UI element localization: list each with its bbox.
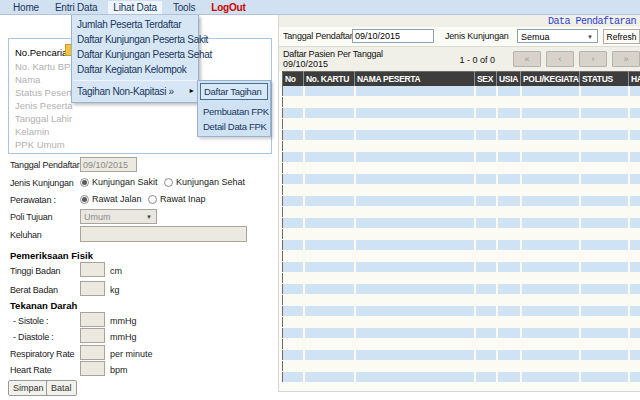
simpan-button[interactable]: Simpan: [8, 380, 49, 396]
patient-table-body: [283, 86, 640, 383]
menu-item-daftar-kunjungan-peserta-sakit[interactable]: Daftar Kunjungan Peserta Sakit: [72, 32, 198, 47]
table-row: [283, 317, 640, 328]
table-row: [283, 86, 640, 97]
tanggal-pendaftaran-filter-input[interactable]: [352, 29, 434, 43]
respiratory-rate-unit: per minute: [110, 349, 153, 359]
tekanan-darah-header: Tekanan Darah: [10, 300, 77, 311]
tinggi-badan-unit: cm: [110, 266, 122, 276]
select-value: Semua: [521, 32, 550, 42]
radio-label: Rawat Inap: [160, 194, 206, 204]
list-title: Daftar Pasien Per Tanggal: [283, 49, 383, 59]
lihat-data-dropdown: Jumlah Peserta Terdaftar Daftar Kunjunga…: [71, 15, 199, 103]
refresh-button[interactable]: Refresh: [603, 29, 640, 44]
next-page-button[interactable]: ›: [579, 51, 607, 67]
heart-rate-input[interactable]: [80, 361, 105, 376]
radio-rawat-inap[interactable]: Rawat Inap: [148, 194, 206, 204]
field-label-kelamin: Kelamin: [15, 126, 49, 137]
menu-home[interactable]: Home: [8, 1, 44, 14]
radio-icon: [80, 195, 89, 204]
heart-rate-label: Heart Rate: [10, 365, 52, 375]
table-row: [283, 185, 640, 196]
perawatan-label: Perawatan :: [10, 195, 56, 205]
field-label-tanggal-lahir: Tanggal Lahir: [15, 113, 72, 124]
first-page-button[interactable]: «: [513, 51, 541, 67]
sistole-input[interactable]: [80, 312, 105, 327]
table-row: [283, 295, 640, 306]
column-header: POLI/KEGIATAN: [521, 72, 580, 87]
prev-page-button[interactable]: ‹: [546, 51, 574, 67]
menu-item-daftar-tagihan[interactable]: Daftar Tagihan: [200, 83, 268, 100]
column-header: NAMA PESERTA: [355, 72, 475, 87]
field-label-nama: Nama: [15, 74, 40, 85]
radio-rawat-jalan[interactable]: Rawat Jalan: [80, 194, 142, 204]
heart-rate-unit: bpm: [110, 365, 128, 375]
keluhan-textarea[interactable]: [80, 226, 247, 242]
respiratory-rate-input[interactable]: [80, 345, 105, 360]
submenu-arrow-icon: ►: [188, 87, 195, 94]
table-row: [283, 163, 640, 174]
table-row: [283, 196, 640, 207]
keluhan-row: [0, 228, 278, 246]
poli-tujuan-label: Poli Tujuan: [10, 212, 52, 222]
menu-logout[interactable]: LogOut: [206, 1, 250, 14]
menu-tools[interactable]: Tools: [168, 1, 200, 14]
pagination-count: 1 - 0 of 0: [447, 55, 495, 65]
poli-tujuan-select[interactable]: Umum ▼: [80, 209, 157, 224]
tinggi-badan-input[interactable]: [80, 262, 105, 277]
menu-item-daftar-kunjungan-peserta-sehat[interactable]: Daftar Kunjungan Peserta Sehat: [72, 47, 198, 62]
table-row: [283, 130, 640, 141]
table-row: [283, 141, 640, 152]
jenis-kunjungan-filter-label: Jenis Kunjungan: [445, 31, 509, 41]
field-label-ppk-umum: PPK Umum: [15, 139, 65, 150]
batal-button[interactable]: Batal: [46, 380, 77, 396]
column-header: STATUS: [580, 72, 629, 87]
menu-item-daftar-kegiatan-kelompok[interactable]: Daftar Kegiatan Kelompok: [72, 62, 198, 77]
jenis-kunjungan-label: Jenis Kunjungan: [10, 178, 74, 188]
respiratory-rate-label: Respiratory Rate: [10, 349, 74, 359]
table-row: [283, 262, 640, 273]
menu-entri-data[interactable]: Entri Data: [50, 1, 102, 14]
table-row: [283, 350, 640, 361]
radio-label: Rawat Jalan: [92, 194, 142, 204]
menu-item-detail-data-fpk[interactable]: Detail Data FPK: [200, 119, 268, 134]
list-header-bar: Daftar Pasien Per Tanggal 09/10/2015 1 -…: [279, 46, 640, 71]
table-row: [283, 108, 640, 119]
panel-title: Data Pendaftaran: [548, 16, 636, 27]
filter-controls: Tanggal Pendaftaran Jenis Kunjungan Semu…: [279, 27, 640, 46]
table-row: [283, 240, 640, 251]
berat-badan-unit: kg: [110, 285, 120, 295]
radio-label: Kunjungan Sakit: [92, 177, 158, 187]
berat-badan-input[interactable]: [80, 281, 105, 296]
menu-item-label: Tagihan Non-Kapitasi »: [77, 86, 174, 97]
column-header: HAPUS: [629, 72, 640, 87]
column-header: SEX: [475, 72, 497, 87]
diastole-input[interactable]: [80, 328, 105, 343]
menu-item-pembuatan-fpk[interactable]: Pembuatan FPK: [200, 104, 268, 119]
patient-table: NoNo. KARTUNAMA PESERTASEXUSIAPOLI/KEGIA…: [282, 71, 640, 383]
radio-kunjungan-sakit[interactable]: Kunjungan Sakit: [80, 177, 158, 187]
tanggal-pendaftaran-input[interactable]: [80, 157, 137, 172]
sistole-label: - Sistole :: [13, 316, 48, 326]
tanggal-pendaftaran-label: Tanggal Pendaftaran: [10, 160, 89, 170]
table-row: [283, 119, 640, 130]
table-row: [283, 152, 640, 163]
table-row: [283, 372, 640, 383]
last-page-button[interactable]: »: [612, 51, 640, 67]
menu-item-tagihan-non-kapitasi[interactable]: Tagihan Non-Kapitasi » ►: [72, 84, 198, 99]
table-row: [283, 218, 640, 229]
tagihan-submenu: Daftar Tagihan Pembuatan FPK Detail Data…: [197, 80, 271, 137]
table-row: [283, 284, 640, 295]
jenis-kunjungan-filter-select[interactable]: Semua ▼: [517, 29, 598, 43]
table-row: [283, 97, 640, 108]
tinggi-badan-label: Tinggi Badan: [10, 266, 60, 276]
radio-icon: [80, 178, 89, 187]
radio-kunjungan-sehat[interactable]: Kunjungan Sehat: [164, 177, 245, 187]
table-row: [283, 361, 640, 372]
menu-lihat-data[interactable]: Lihat Data: [108, 1, 162, 14]
chevron-down-icon: ▼: [146, 214, 152, 220]
table-row: [283, 251, 640, 262]
sistole-unit: mmHg: [110, 316, 137, 326]
table-row: [283, 229, 640, 240]
list-date: 09/10/2015: [283, 59, 328, 69]
menu-item-jumlah-peserta-terdaftar[interactable]: Jumlah Peserta Terdaftar: [72, 17, 198, 32]
